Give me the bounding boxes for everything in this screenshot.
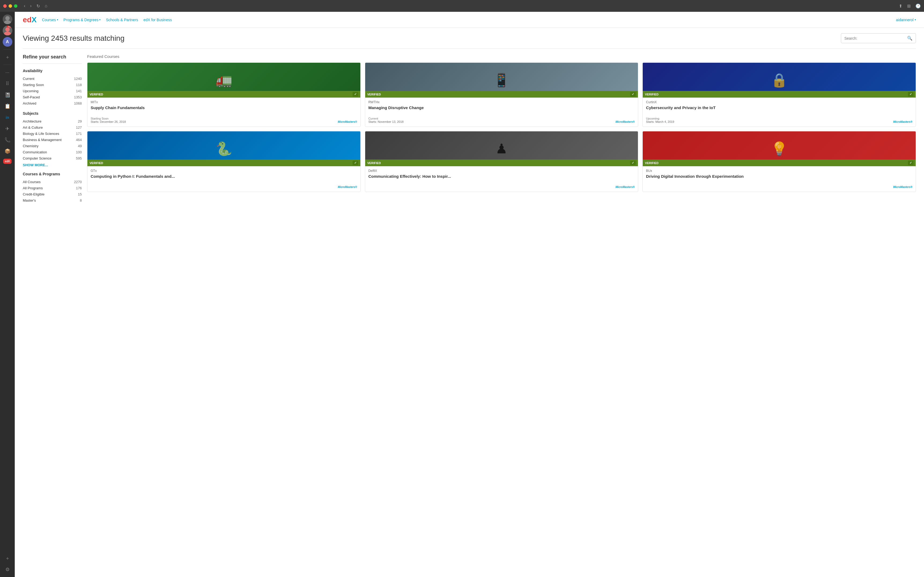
course-title: Driving Digital Innovation through Exper… <box>646 174 913 184</box>
show-more-subjects[interactable]: SHOW MORE... <box>23 163 82 167</box>
course-card[interactable]: 🔒 VERIFIED ✓ CurtinX Cybersecurity and P… <box>642 63 916 127</box>
filter-item[interactable]: Computer Science595 <box>23 155 82 161</box>
micromasters-logo: MicroMasters® <box>615 185 635 189</box>
filter-item[interactable]: Business & Management464 <box>23 137 82 143</box>
course-title: Managing Disruptive Change <box>368 105 635 115</box>
filter-item[interactable]: All Programs176 <box>23 185 82 191</box>
course-card[interactable]: 🐍 VERIFIED ✓ GTx Computing in Python I: … <box>87 131 361 192</box>
course-org: RWTHx <box>368 100 635 104</box>
filter-item-label: All Courses <box>23 180 40 184</box>
filter-item[interactable]: Master's8 <box>23 197 82 203</box>
course-footer: Starting Soon Starts: December 26, 2018 … <box>90 117 357 123</box>
course-card[interactable]: ♟ VERIFIED ✓ DelftX Communicating Effect… <box>365 131 639 192</box>
filter-item[interactable]: Communication100 <box>23 149 82 155</box>
filter-item[interactable]: Self-Paced1353 <box>23 94 82 100</box>
whatsapp-icon[interactable]: 📞 <box>3 135 12 145</box>
course-start-date: Starts: November 13, 2018 <box>368 120 403 123</box>
course-card[interactable]: 💡 VERIFIED ✓ BUx Driving Digital Innovat… <box>642 131 916 192</box>
filter-item-label: Self-Paced <box>23 95 40 99</box>
filter-item-label: Archived <box>23 102 37 105</box>
course-date: Upcoming Starts: March 4, 2019 <box>646 117 674 123</box>
sidebar-divider-2 <box>3 64 11 65</box>
user-avatar-notification[interactable]: 198 <box>3 26 12 35</box>
nav-business[interactable]: edX for Business <box>144 18 172 22</box>
results-header: Viewing 2453 results matching 🔍 <box>23 33 916 43</box>
home-button[interactable]: ⌂ <box>43 3 49 9</box>
verified-label: VERIFIED <box>90 161 103 164</box>
close-button[interactable] <box>3 4 7 8</box>
micromasters-logo: MicroMasters® <box>893 185 913 189</box>
package-icon[interactable]: 📦 <box>3 147 12 156</box>
filter-item-count: 1353 <box>74 95 82 99</box>
linkedin-icon[interactable]: in <box>3 113 12 122</box>
notes-icon[interactable]: 📓 <box>3 90 12 100</box>
user-avatar-main[interactable] <box>3 15 12 24</box>
course-org: BUx <box>646 169 913 172</box>
course-footer: MicroMasters® <box>646 185 913 189</box>
filter-item-label: Starting Soon <box>23 83 44 87</box>
filter-item-label: Biology & Life Sciences <box>23 132 59 136</box>
filter-item-count: 141 <box>76 89 82 93</box>
user-menu[interactable]: aidannerol ▾ <box>896 18 916 22</box>
apps-icon[interactable]: ⠿ <box>3 79 12 89</box>
svg-point-0 <box>5 16 10 20</box>
filter-item[interactable]: All Courses2270 <box>23 179 82 185</box>
refresh-button[interactable]: ↻ <box>35 3 42 9</box>
settings-icon[interactable]: ⚙ <box>3 565 12 574</box>
edx-logo[interactable]: edX <box>23 16 37 24</box>
filter-item-count: 29 <box>78 119 82 123</box>
course-status: Current <box>368 117 403 120</box>
filter-item-count: 2270 <box>74 180 82 184</box>
verified-label: VERIFIED <box>645 161 658 164</box>
filter-item[interactable]: Chemistry49 <box>23 143 82 149</box>
courses-chevron-icon: ▾ <box>57 18 58 21</box>
filter-item[interactable]: Starting Soon118 <box>23 82 82 88</box>
course-body: RWTHx Managing Disruptive Change Current… <box>365 98 638 127</box>
forward-button[interactable]: › <box>28 3 33 9</box>
search-input[interactable] <box>844 36 907 40</box>
course-card[interactable]: 📱 VERIFIED ✓ RWTHx Managing Disruptive C… <box>365 63 639 127</box>
filter-item[interactable]: Upcoming141 <box>23 88 82 94</box>
course-card[interactable]: 🚛 VERIFIED ✓ MITx Supply Chain Fundament… <box>87 63 361 127</box>
fullscreen-button[interactable] <box>14 4 18 8</box>
filter-item[interactable]: Architecture29 <box>23 118 82 124</box>
course-body: MITx Supply Chain Fundamentals Starting … <box>87 98 360 127</box>
minimize-button[interactable] <box>8 4 12 8</box>
course-thumbnail: ♟ VERIFIED ✓ <box>365 131 638 166</box>
availability-section-title: Availability <box>23 69 82 73</box>
search-box[interactable]: 🔍 <box>841 33 916 43</box>
verified-banner: VERIFIED ✓ <box>643 160 916 166</box>
board-icon[interactable]: 📋 <box>3 102 12 111</box>
layers-icon[interactable]: ⊞ <box>907 3 911 8</box>
filter-item[interactable]: Credit-Eligible15 <box>23 191 82 197</box>
edx-sidebar-item[interactable]: edX <box>3 159 11 164</box>
send-icon[interactable]: ✈ <box>3 124 12 134</box>
filter-item[interactable]: Archived1068 <box>23 100 82 106</box>
user-avatar-a[interactable]: A <box>3 37 12 47</box>
course-footer: MicroMasters® <box>368 185 635 189</box>
share-icon[interactable]: ⬆ <box>899 3 902 8</box>
add-bottom-icon[interactable]: ＋ <box>3 553 12 563</box>
back-button[interactable]: ‹ <box>22 3 27 9</box>
verified-label: VERIFIED <box>367 93 381 96</box>
nav-schools[interactable]: Schools & Partners <box>106 18 138 22</box>
nav-courses[interactable]: Courses ▾ <box>42 18 58 22</box>
course-status: Starting Soon <box>90 117 126 120</box>
filter-item-label: Chemistry <box>23 144 39 148</box>
course-title: Computing in Python I: Fundamentals and.… <box>90 174 357 184</box>
clock-icon[interactable]: 🕐 <box>916 3 921 8</box>
courses-panel: Featured Courses 🚛 VERIFIED ✓ MITx Suppl… <box>87 54 916 203</box>
filter-item[interactable]: Biology & Life Sciences171 <box>23 131 82 137</box>
dots-icon[interactable]: ··· <box>3 68 12 77</box>
course-org: GTx <box>90 169 357 172</box>
filter-item-count: 8 <box>80 198 82 202</box>
verified-label: VERIFIED <box>367 161 381 164</box>
results-title: Viewing 2453 results matching <box>23 34 124 43</box>
add-icon[interactable]: ＋ <box>3 52 12 62</box>
course-thumbnail: 💡 VERIFIED ✓ <box>643 131 916 166</box>
filter-item[interactable]: Current1240 <box>23 76 82 82</box>
filter-item[interactable]: Art & Culture127 <box>23 124 82 131</box>
browser-sidebar: 198 A ＋ ··· ⠿ 📓 📋 in ✈ 📞 📦 edX ＋ ⚙ <box>0 12 15 577</box>
content-layout: Refine your search Availability Current1… <box>23 54 916 203</box>
nav-programs[interactable]: Programs & Degrees ▾ <box>64 18 101 22</box>
